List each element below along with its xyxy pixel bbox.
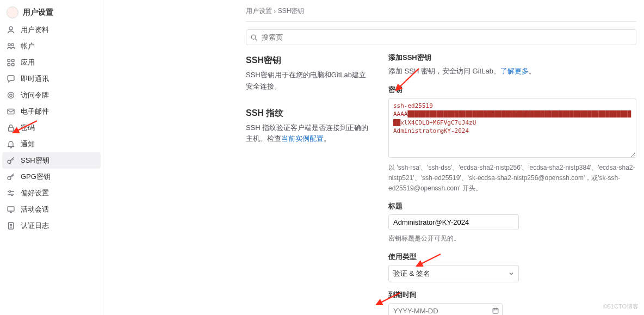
sidebar: 用户设置 用户资料 帐户 应用 即时通讯 访问令牌 电子邮件 密码 通知 SSH… [0, 0, 103, 315]
sidebar-item-label: 认证日志 [21, 221, 49, 231]
search-input[interactable] [246, 29, 636, 45]
watermark: ©51CTO博客 [603, 302, 639, 311]
account-icon [7, 42, 15, 51]
sidebar-item-label: 即时通讯 [21, 74, 49, 84]
main-content: 用户设置 › SSH密钥 SSH密钥 SSH密钥用于在您的电脑和GitLab建立… [103, 0, 644, 315]
chevron-down-icon [509, 271, 514, 276]
learn-more-link[interactable]: 了解更多 [500, 67, 529, 75]
key-label: 密钥 [388, 85, 636, 95]
sidebar-title-text: 用户设置 [23, 8, 53, 17]
section-desc-ssh: SSH密钥用于在您的电脑和GitLab建立安全连接。 [246, 70, 372, 92]
bell-icon [7, 140, 15, 149]
expiry-input[interactable] [388, 303, 503, 315]
sidebar-item-mail[interactable]: 电子邮件 [0, 103, 103, 120]
sidebar-item-apps[interactable]: 应用 [0, 54, 103, 71]
log-icon [7, 221, 15, 230]
avatar [7, 7, 18, 18]
add-key-text-a: 添加 SSH 密钥，安全访问 GitLab。 [388, 67, 500, 75]
svg-rect-15 [8, 207, 14, 211]
sidebar-item-sessions[interactable]: 活动会话 [0, 201, 103, 218]
sidebar-item-account[interactable]: 帐户 [0, 38, 103, 54]
usage-select[interactable]: 验证 & 签名 [388, 265, 519, 282]
svg-point-8 [10, 94, 12, 96]
svg-point-7 [8, 92, 14, 98]
key-hint: 以 'ssh-rsa'、'ssh-dss'、'ecdsa-sha2-nistp2… [388, 163, 636, 194]
instance-config-link[interactable]: 当前实例配置 [281, 134, 324, 143]
add-key-heading: 添加SSH密钥 [388, 53, 636, 63]
sidebar-item-token[interactable]: 访问令牌 [0, 87, 103, 103]
sidebar-item-label: 访问令牌 [21, 90, 49, 100]
svg-rect-18 [493, 308, 498, 313]
pref-icon [7, 189, 15, 197]
sidebar-item-label: SSH密钥 [21, 156, 49, 165]
svg-rect-4 [12, 59, 15, 62]
sidebar-item-pref[interactable]: 偏好设置 [0, 185, 103, 201]
sidebar-item-label: 偏好设置 [21, 188, 49, 198]
sidebar-item-label: 用户资料 [21, 25, 49, 35]
search-icon [250, 34, 258, 41]
svg-point-17 [251, 35, 256, 39]
sidebar-item-password[interactable]: 密码 [0, 120, 103, 136]
calendar-icon[interactable] [492, 307, 499, 314]
title-label: 标题 [388, 201, 636, 211]
mail-icon [7, 107, 15, 116]
usage-value: 验证 & 签名 [393, 269, 430, 279]
sidebar-item-authlog[interactable]: 认证日志 [0, 218, 103, 234]
svg-point-0 [9, 27, 13, 30]
svg-rect-9 [8, 109, 14, 114]
svg-rect-10 [9, 127, 14, 131]
section-title-ssh: SSH密钥 [246, 55, 372, 66]
sidebar-item-gpg[interactable]: GPG密钥 [0, 169, 103, 185]
breadcrumb-current: SSH密钥 [278, 7, 305, 15]
add-key-desc: 添加 SSH 密钥，安全访问 GitLab。了解更多。 [388, 66, 636, 77]
svg-point-11 [8, 160, 11, 164]
token-icon [7, 91, 15, 100]
search-wrap [246, 29, 636, 45]
svg-rect-6 [12, 64, 15, 66]
title-input[interactable] [388, 214, 519, 230]
svg-point-1 [8, 44, 10, 46]
chat-icon [7, 75, 15, 83]
sidebar-title: 用户设置 [0, 3, 103, 22]
sidebar-item-label: 电子邮件 [21, 107, 49, 116]
breadcrumb-root[interactable]: 用户设置 [246, 7, 272, 15]
sidebar-item-label: GPG密钥 [21, 172, 51, 182]
breadcrumb-sep: › [272, 7, 278, 15]
sidebar-item-label: 活动会话 [21, 205, 49, 214]
svg-point-14 [11, 194, 13, 195]
apps-icon [7, 58, 15, 67]
svg-point-13 [9, 190, 10, 192]
section-desc-fp: SSH 指纹验证客户端是否连接到正确的主机。检查当前实例配置。 [246, 122, 372, 145]
user-icon [7, 26, 15, 34]
key-icon [7, 156, 15, 165]
sidebar-item-label: 帐户 [21, 41, 35, 51]
sidebar-item-label: 通知 [21, 139, 35, 149]
usage-label: 使用类型 [388, 252, 636, 262]
monitor-icon [7, 205, 15, 214]
sidebar-item-label: 应用 [21, 58, 35, 67]
sidebar-item-ssh[interactable]: SSH密钥 [2, 152, 101, 169]
svg-point-2 [11, 44, 14, 46]
expiry-label: 到期时间 [388, 290, 636, 300]
sidebar-item-profile[interactable]: 用户资料 [0, 22, 103, 38]
lock-icon [7, 123, 15, 132]
sidebar-item-notify[interactable]: 通知 [0, 136, 103, 152]
svg-point-12 [8, 177, 11, 180]
sidebar-item-chat[interactable]: 即时通讯 [0, 71, 103, 87]
sidebar-item-label: 密码 [21, 123, 35, 133]
add-key-text-b: 。 [529, 67, 536, 75]
fp-text-b: 。 [324, 134, 331, 143]
section-title-fp: SSH 指纹 [246, 108, 372, 119]
svg-rect-5 [8, 64, 10, 66]
key-textarea[interactable]: ssh-ed25519 AAAA████████████████████████… [388, 98, 636, 158]
title-hint: 密钥标题是公开可见的。 [388, 233, 636, 244]
svg-rect-3 [8, 59, 10, 62]
breadcrumb: 用户设置 › SSH密钥 [246, 4, 636, 22]
key-icon [7, 172, 15, 181]
